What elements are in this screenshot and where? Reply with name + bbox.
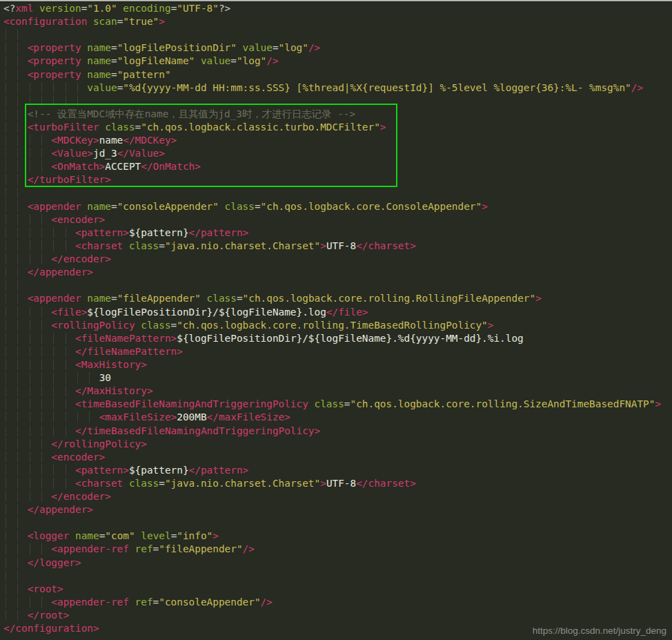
code-line[interactable]: <file>${logFilePositionDir}/${logFileNam… bbox=[3, 306, 672, 319]
code-line[interactable]: <MaxHistory> bbox=[3, 358, 672, 371]
indent-guide bbox=[3, 82, 87, 93]
indent-guide bbox=[3, 398, 75, 409]
indent-guide bbox=[3, 543, 51, 554]
indent-guide bbox=[3, 411, 99, 423]
code-line[interactable]: <appender-ref ref="fileAppender"/> bbox=[3, 543, 672, 556]
code-line[interactable]: <!-- 设置当MDC域中存在name，且其值为jd_3时，才进行日志记录 --… bbox=[3, 108, 672, 121]
code-line[interactable]: <appender name="fileAppender" class="ch.… bbox=[3, 292, 672, 305]
indent-guide bbox=[3, 346, 75, 357]
indent-guide bbox=[3, 597, 51, 608]
code-line[interactable]: </encoder> bbox=[3, 490, 672, 503]
indent-guide bbox=[3, 135, 51, 146]
code-line[interactable]: <fileNamePattern>${logFilePositionDir}/$… bbox=[3, 332, 672, 345]
indent-guide bbox=[3, 201, 28, 212]
code-line[interactable]: <encoder> bbox=[3, 451, 672, 464]
indent-guide bbox=[3, 293, 28, 304]
code-line[interactable] bbox=[3, 570, 672, 583]
indent-guide bbox=[3, 583, 28, 594]
code-line[interactable]: <root> bbox=[3, 583, 672, 596]
indent-guide bbox=[3, 504, 28, 515]
code-line[interactable]: <appender-ref ref="consoleAppender"/> bbox=[3, 596, 672, 609]
code-line[interactable] bbox=[3, 28, 672, 41]
code-line[interactable] bbox=[3, 279, 672, 292]
indent-guide bbox=[3, 122, 28, 133]
code-line[interactable]: <pattern>${pattern}</pattern> bbox=[3, 464, 672, 477]
code-line[interactable]: </appender> bbox=[3, 266, 672, 279]
code-line[interactable]: <turboFilter class="ch.qos.logback.class… bbox=[3, 121, 672, 134]
indent-guide bbox=[3, 478, 75, 489]
indent-guide bbox=[3, 557, 28, 568]
code-editor-screenshot: <?xml version="1.0" encoding="UTF-8"?><c… bbox=[0, 0, 672, 640]
code-line[interactable]: <configuration scan="true"> bbox=[3, 15, 672, 28]
indent-guide bbox=[3, 55, 28, 66]
code-line[interactable]: <charset class="java.nio.charset.Charset… bbox=[3, 477, 672, 490]
code-line[interactable]: <MDCKey>name</MDCKey> bbox=[3, 134, 672, 147]
code-line[interactable]: <property name="logFilePositionDir" valu… bbox=[3, 41, 672, 55]
code-line[interactable]: <timeBasedFileNamingAndTriggeringPolicy … bbox=[3, 398, 672, 411]
indent-guide bbox=[3, 491, 51, 502]
indent-guide bbox=[3, 69, 28, 80]
indent-guide bbox=[3, 174, 28, 185]
code-line[interactable]: </encoder> bbox=[3, 253, 672, 266]
code-line[interactable]: </fileNamePattern> bbox=[3, 345, 672, 358]
code-line[interactable]: 30 bbox=[3, 371, 672, 385]
code-line[interactable]: </MaxHistory> bbox=[3, 385, 672, 398]
indent-guide bbox=[3, 280, 28, 291]
indent-guide bbox=[3, 452, 51, 463]
indent-guide bbox=[3, 188, 28, 199]
code-line[interactable]: <maxFileSize>200MB</maxFileSize> bbox=[3, 411, 672, 424]
indent-guide bbox=[3, 253, 51, 264]
code-line[interactable] bbox=[3, 187, 672, 200]
indent-guide bbox=[3, 359, 75, 370]
indent-guide bbox=[3, 266, 28, 278]
indent-guide bbox=[3, 148, 51, 159]
code-line[interactable]: <property name="logFileName" value="log"… bbox=[3, 55, 672, 68]
code-line[interactable]: <pattern>${pattern}</pattern> bbox=[3, 226, 672, 240]
code-line[interactable]: <?xml version="1.0" encoding="UTF-8"?> bbox=[3, 2, 672, 15]
window-top-edge bbox=[0, 0, 672, 2]
indent-guide bbox=[3, 517, 28, 528]
indent-guide bbox=[3, 95, 87, 106]
indent-guide bbox=[3, 240, 75, 251]
code-line[interactable]: <encoder> bbox=[3, 213, 672, 226]
code-line[interactable]: </appender> bbox=[3, 503, 672, 516]
indent-guide bbox=[3, 372, 99, 383]
code-line[interactable] bbox=[3, 95, 672, 108]
code-line[interactable]: <OnMatch>ACCEPT</OnMatch> bbox=[3, 160, 672, 173]
code-line[interactable]: </timeBasedFileNamingAndTriggeringPolicy… bbox=[3, 425, 672, 438]
indent-guide bbox=[3, 385, 75, 396]
indent-guide bbox=[3, 307, 51, 318]
indent-guide bbox=[3, 465, 75, 476]
indent-guide bbox=[3, 227, 75, 238]
code-line[interactable]: <property name="pattern" bbox=[3, 68, 672, 81]
code-line[interactable] bbox=[3, 516, 672, 530]
indent-guide bbox=[3, 161, 51, 172]
indent-guide bbox=[3, 425, 75, 436]
indent-guide bbox=[3, 570, 28, 581]
code-line[interactable]: <Value>jd_3</Value> bbox=[3, 147, 672, 160]
code-line[interactable]: <appender name="consoleAppender" class="… bbox=[3, 200, 672, 213]
indent-guide bbox=[3, 333, 75, 344]
code-line[interactable]: </root> bbox=[3, 609, 672, 622]
indent-guide bbox=[3, 320, 51, 331]
indent-guide bbox=[3, 530, 28, 541]
indent-guide bbox=[3, 42, 28, 53]
code-line[interactable]: value="%d{yyyy-MM-dd HH:mm:ss.SSS} [%thr… bbox=[3, 81, 672, 95]
code-line[interactable]: </logger> bbox=[3, 556, 672, 570]
code-line[interactable]: <logger name="com" level="info"> bbox=[3, 530, 672, 543]
indent-guide bbox=[3, 610, 28, 621]
code-line[interactable]: </turboFilter> bbox=[3, 173, 672, 186]
watermark-url: https://blog.csdn.net/justry_deng bbox=[533, 626, 666, 636]
code-line[interactable]: <rollingPolicy class="ch.qos.logback.cor… bbox=[3, 319, 672, 332]
code-line[interactable]: <charset class="java.nio.charset.Charset… bbox=[3, 240, 672, 253]
code-area[interactable]: <?xml version="1.0" encoding="UTF-8"?><c… bbox=[0, 2, 672, 635]
indent-guide bbox=[3, 214, 51, 225]
indent-guide bbox=[3, 29, 28, 40]
code-line[interactable]: </rollingPolicy> bbox=[3, 438, 672, 451]
indent-guide bbox=[3, 438, 51, 449]
indent-guide bbox=[3, 108, 28, 119]
